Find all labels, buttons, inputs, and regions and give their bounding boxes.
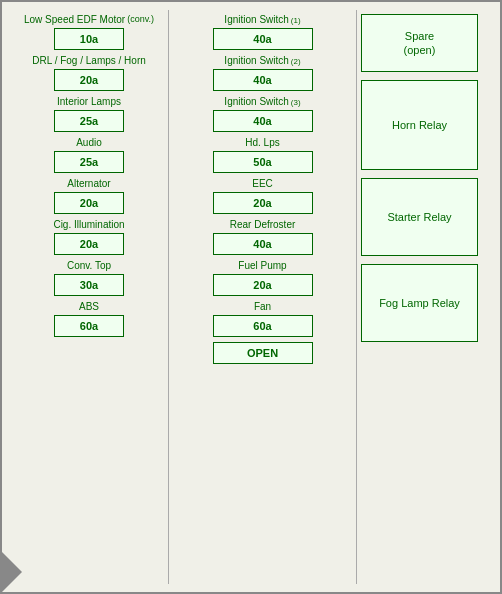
fuse-label-abs: ABS: [79, 301, 99, 313]
fuse-group-hdlps: Hd. Lps 50a: [179, 137, 346, 173]
relay-starter-label: Starter Relay: [387, 210, 451, 224]
fuse-group-alternator: Alternator 20a: [12, 178, 166, 214]
fuse-group-ignition-2: Ignition Switch (2) 40a: [179, 55, 346, 91]
fuse-box-ignition-1: 40a: [213, 28, 313, 50]
fuse-group-low-speed: Low Speed EDF Motor (conv.) 10a: [12, 14, 166, 50]
fuse-group-interior: Interior Lamps 25a: [12, 96, 166, 132]
fuse-label-hdlps: Hd. Lps: [245, 137, 279, 149]
fuse-label-fuel-pump: Fuel Pump: [238, 260, 286, 272]
fuse-box-alternator: 20a: [54, 192, 124, 214]
fuse-conv-label: (conv.): [127, 14, 154, 24]
fuse-box-fan: 60a: [213, 315, 313, 337]
fuse-group-cig: Cig. Illumination 20a: [12, 219, 166, 255]
fuse-label-fan: Fan: [254, 301, 271, 313]
relay-spare: Spare(open): [361, 14, 478, 72]
left-column: Low Speed EDF Motor (conv.) 10a DRL / Fo…: [10, 10, 168, 584]
fuse-label-rear-defroster: Rear Defroster: [230, 219, 296, 231]
fuse-label-conv-top: Conv. Top: [67, 260, 111, 272]
fuse-label-ignition-3: Ignition Switch: [224, 96, 288, 108]
fuse-label-ignition-2: Ignition Switch: [224, 55, 288, 67]
relay-fog-lamp: Fog Lamp Relay: [361, 264, 478, 342]
fuse-box-ignition-2: 40a: [213, 69, 313, 91]
mid-column: Ignition Switch (1) 40a Ignition Switch …: [168, 10, 356, 584]
ignition-3-superscript: (3): [291, 98, 301, 107]
fuse-label-alternator: Alternator: [67, 178, 110, 190]
fuse-group-rear-defroster: Rear Defroster 40a: [179, 219, 346, 255]
fuse-box-abs: 60a: [54, 315, 124, 337]
relay-horn: Horn Relay: [361, 80, 478, 170]
fuse-label-interior: Interior Lamps: [57, 96, 121, 108]
fuse-box-open: OPEN: [213, 342, 313, 364]
fuse-label-low-speed: Low Speed EDF Motor: [24, 14, 125, 26]
right-column: Spare(open) Horn Relay Starter Relay Fog…: [356, 10, 482, 584]
fuse-box-diagram: Low Speed EDF Motor (conv.) 10a DRL / Fo…: [0, 0, 502, 594]
fuse-group-audio: Audio 25a: [12, 137, 166, 173]
fuse-label-cig: Cig. Illumination: [53, 219, 124, 231]
relay-horn-label: Horn Relay: [392, 118, 447, 132]
fuse-box-conv-top: 30a: [54, 274, 124, 296]
fuse-box-interior: 25a: [54, 110, 124, 132]
fuse-group-ignition-1: Ignition Switch (1) 40a: [179, 14, 346, 50]
fuse-box-low-speed: 10a: [54, 28, 124, 50]
fuse-box-cig: 20a: [54, 233, 124, 255]
fuse-box-eec: 20a: [213, 192, 313, 214]
fuse-group-fuel-pump: Fuel Pump 20a: [179, 260, 346, 296]
fuse-box-ignition-3: 40a: [213, 110, 313, 132]
fuse-group-drl: DRL / Fog / Lamps / Horn 20a: [12, 55, 166, 91]
fuse-label-drl: DRL / Fog / Lamps / Horn: [32, 55, 146, 67]
fuse-box-rear-defroster: 40a: [213, 233, 313, 255]
fuse-label-ignition-1: Ignition Switch: [224, 14, 288, 26]
fuse-group-open: OPEN: [179, 342, 346, 364]
fuse-box-hdlps: 50a: [213, 151, 313, 173]
fuse-group-fan: Fan 60a: [179, 301, 346, 337]
relay-spare-label: Spare(open): [404, 29, 436, 58]
relay-fog-lamp-label: Fog Lamp Relay: [379, 296, 460, 310]
ignition-1-superscript: (1): [291, 16, 301, 25]
ignition-2-superscript: (2): [291, 57, 301, 66]
fuse-box-fuel-pump: 20a: [213, 274, 313, 296]
fuse-label-eec: EEC: [252, 178, 273, 190]
fuse-box-drl: 20a: [54, 69, 124, 91]
relay-starter: Starter Relay: [361, 178, 478, 256]
fuse-group-ignition-3: Ignition Switch (3) 40a: [179, 96, 346, 132]
fuse-box-audio: 25a: [54, 151, 124, 173]
fuse-group-eec: EEC 20a: [179, 178, 346, 214]
fuse-group-conv-top: Conv. Top 30a: [12, 260, 166, 296]
fuse-group-abs: ABS 60a: [12, 301, 166, 337]
fuse-label-audio: Audio: [76, 137, 102, 149]
